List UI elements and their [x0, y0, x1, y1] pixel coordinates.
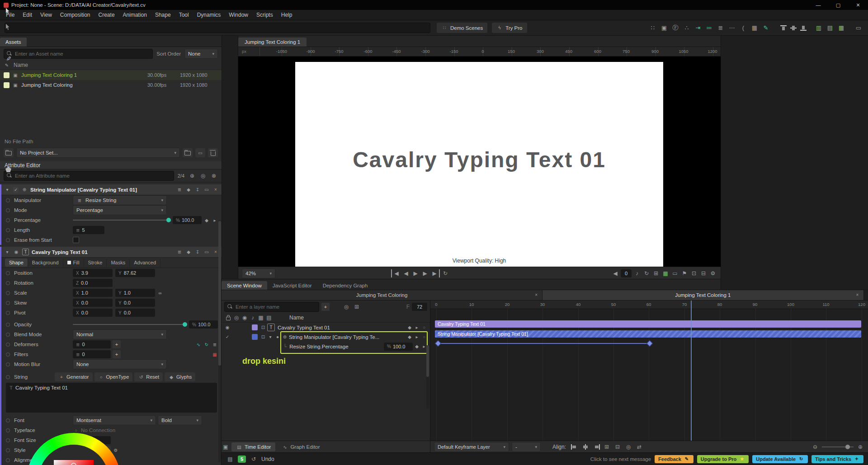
render-toggle-icon[interactable]: ⊡: [260, 324, 266, 331]
layer-row-text[interactable]: ◉ ⊡ T Cavalry Typing Text 01 ◆ ▸ ○: [222, 323, 430, 332]
next-keyframe-icon[interactable]: ▸: [414, 334, 420, 340]
add-filter-button[interactable]: +: [113, 350, 121, 358]
tab-stroke[interactable]: Stroke: [84, 258, 107, 267]
align-left-icon[interactable]: [571, 444, 577, 450]
slate-icon[interactable]: ▣: [222, 443, 230, 451]
pop-out-icon[interactable]: ▭: [203, 187, 210, 193]
snap-frame-icon[interactable]: ⊟: [613, 443, 622, 451]
keyframe-layer-dropdown[interactable]: Default Keyframe Layer ▾: [434, 442, 509, 452]
keyframe-dot[interactable]: [6, 218, 10, 222]
pin-search-icon[interactable]: ◎: [199, 172, 207, 180]
keyframe-dot[interactable]: [6, 301, 10, 305]
menu-dynamics[interactable]: Dynamics: [193, 10, 225, 19]
options-icon[interactable]: ≣: [176, 249, 183, 255]
guides-icon[interactable]: ▦: [661, 269, 670, 277]
color-wheel[interactable]: [27, 433, 121, 465]
project-folder-button[interactable]: [4, 148, 14, 157]
keyframe-dot[interactable]: [6, 238, 10, 242]
keyframe-dot[interactable]: [6, 271, 10, 275]
pin-icon[interactable]: ↧: [194, 187, 201, 193]
status-message[interactable]: Click to see next message: [590, 456, 651, 462]
feedback-badge[interactable]: Feedback ✎: [655, 455, 693, 463]
timeline-tracks[interactable]: Cavalry Typing Text 01 String Manipulato…: [430, 309, 868, 441]
asset-row[interactable]: ▣ Jumping Text Coloring 1 30.00fps 1920 …: [0, 70, 222, 80]
audio-icon[interactable]: ♪: [633, 269, 641, 277]
menu-view[interactable]: View: [36, 10, 56, 19]
keyframe-dot[interactable]: [6, 333, 10, 337]
align-center-icon[interactable]: [582, 444, 589, 450]
tab-javascript-editor[interactable]: JavaScript Editor: [267, 281, 317, 290]
skew-x-field[interactable]: X0.0: [73, 299, 113, 307]
generator-button[interactable]: + Generator: [55, 372, 93, 381]
link-scale-icon[interactable]: ∞: [157, 290, 163, 296]
flag-icon[interactable]: ⚑: [680, 269, 689, 277]
percentage-slider[interactable]: [73, 216, 171, 224]
menu-window[interactable]: Window: [225, 10, 252, 19]
demo-scenes-button[interactable]: ∷ Demo Scenes: [437, 23, 487, 33]
keyframe-nav-icon[interactable]: ◆: [185, 187, 192, 193]
project-dropdown[interactable]: No Project Set... ▾: [16, 148, 180, 158]
lasso-pen-icon[interactable]: ✎: [761, 23, 771, 33]
keyframe-dot[interactable]: [6, 418, 10, 423]
frame-counter[interactable]: 0: [621, 269, 632, 277]
timeline-bar-manipulator[interactable]: String Manipulator [Cavalry Typing Text …: [435, 330, 861, 338]
keyframe-dot-icon[interactable]: ○: [421, 324, 427, 331]
keyframe-dot[interactable]: [6, 323, 10, 327]
keyframe-diamond[interactable]: [435, 340, 441, 347]
skew-y-field[interactable]: Y0.0: [115, 299, 155, 307]
visibility-eye-icon[interactable]: ◉: [13, 249, 19, 255]
keyframe-dot[interactable]: [6, 438, 10, 442]
deformers-field[interactable]: ≣0: [73, 340, 111, 348]
more-tools-icon[interactable]: ⋯: [727, 23, 737, 33]
tab-dependency-graph[interactable]: Dependency Graph: [317, 281, 373, 290]
keyframe-dot[interactable]: [6, 311, 10, 315]
manipulator-dropdown[interactable]: ≣ Resize String ▾: [73, 195, 167, 205]
keyframe-diamond-icon[interactable]: ◆: [414, 343, 420, 350]
opacity-slider[interactable]: [73, 320, 187, 329]
glyphs-button[interactable]: ◆ Glyphs: [165, 372, 195, 381]
keyframe-diamond[interactable]: [646, 340, 653, 347]
keyframe-nav-icon[interactable]: ◆: [185, 249, 192, 255]
play-icon[interactable]: ▶: [411, 269, 420, 277]
asset-color-swatch[interactable]: [4, 72, 9, 78]
close-button[interactable]: ×: [848, 0, 868, 10]
tab-advanced[interactable]: Advanced: [130, 258, 160, 267]
table-tool-icon[interactable]: ▦: [750, 23, 760, 33]
zoom-dropdown[interactable]: 42% ▾: [242, 268, 275, 278]
refresh-icon[interactable]: ↻: [642, 269, 651, 277]
layer-row-attribute[interactable]: └ Resize String.Percentage % 100.0 ◆ ▸: [222, 342, 430, 351]
asset-search-input[interactable]: [4, 49, 153, 59]
motion-blur-dropdown[interactable]: None ▾: [73, 359, 167, 369]
delete-asset-button[interactable]: [208, 148, 218, 157]
update-available-badge[interactable]: Update Available ↻: [752, 455, 808, 463]
new-comp-icon[interactable]: ▣: [659, 23, 669, 33]
opentype-button[interactable]: ○ OpenType: [94, 372, 133, 381]
close-tab-icon[interactable]: ×: [854, 291, 861, 298]
mode-dropdown[interactable]: Percentage ▾: [73, 205, 167, 215]
layer-row-manipulator[interactable]: ✓ ⊡ ▾ ● ⊕ String Manipulator [Cavalry Ty…: [222, 332, 430, 342]
tab-fill[interactable]: Fill: [63, 258, 84, 267]
keyframe-dot[interactable]: [6, 448, 10, 452]
jump-end-icon[interactable]: ▶: [430, 269, 440, 277]
section-header[interactable]: ▾ ✓ ⊕ String Manipulator [Cavalry Typing…: [1, 184, 222, 195]
next-frame-icon[interactable]: ▶: [421, 269, 429, 277]
keyframe-dot[interactable]: [6, 281, 10, 285]
undo-icon[interactable]: ↺: [250, 455, 258, 463]
enabled-check-icon[interactable]: ✓: [224, 334, 231, 340]
pencil-tool[interactable]: ✎: [3, 53, 14, 65]
position-y-field[interactable]: Y87.62: [115, 269, 155, 277]
filter-layers-icon[interactable]: ⊞: [353, 303, 361, 311]
current-frame-field[interactable]: 72: [412, 303, 427, 311]
reset-button[interactable]: ↺ Reset: [134, 372, 163, 381]
layer-color-swatch[interactable]: [252, 334, 258, 340]
timeline-ruler[interactable]: 0 10 20 30 40 50 60 70 80 90 100 110 120: [430, 301, 868, 309]
pop-out-icon[interactable]: ▭: [203, 249, 210, 255]
composition-canvas[interactable]: Cavalry Typing Text 01 Viewport Quality:…: [295, 62, 663, 267]
keyframe-dot-icon[interactable]: ○: [421, 334, 427, 340]
menu-composition[interactable]: Composition: [56, 10, 94, 19]
playhead[interactable]: [691, 301, 692, 441]
safe-area-icon[interactable]: ⊡: [690, 269, 698, 277]
particles-icon[interactable]: ∴: [682, 23, 692, 33]
enabled-checkbox[interactable]: ✓: [13, 187, 19, 193]
next-keyframe-icon[interactable]: ▸: [212, 217, 218, 223]
